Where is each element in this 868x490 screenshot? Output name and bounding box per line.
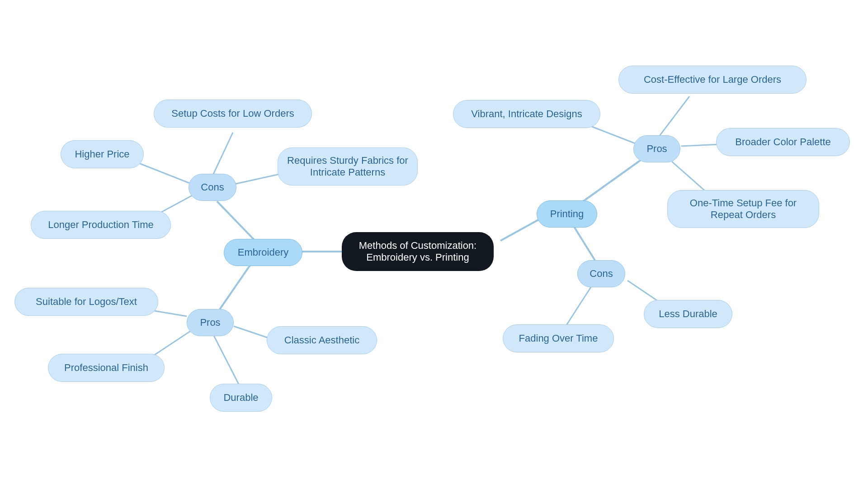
printing-node: Printing	[537, 200, 597, 228]
embroidery-cons-node: Cons	[189, 174, 236, 201]
embroidery-cons-time: Longer Production Time	[31, 211, 171, 239]
svg-line-19	[566, 285, 592, 326]
printing-cons-node: Cons	[577, 260, 625, 287]
printing-pros-label: Pros	[646, 143, 667, 155]
embroidery-cons-fabrics: Requires Sturdy Fabrics for Intricate Pa…	[278, 147, 418, 186]
embroidery-cons-label: Cons	[201, 181, 224, 193]
svg-line-12	[579, 158, 644, 205]
svg-line-6	[212, 133, 233, 176]
svg-line-13	[572, 224, 598, 265]
printing-cons-lessdurable: Less Durable	[644, 300, 732, 328]
svg-line-2	[217, 201, 258, 244]
svg-line-4	[137, 162, 192, 184]
printing-label: Printing	[550, 208, 584, 220]
embroidery-cons-price: Higher Price	[61, 140, 144, 168]
embroidery-pros-durable: Durable	[210, 384, 272, 412]
printing-pros-palette: Broader Color Palette	[716, 128, 850, 156]
center-label: Methods of Customization: Embroidery vs.…	[351, 240, 485, 264]
embroidery-pros-node: Pros	[187, 309, 234, 336]
center-node: Methods of Customization: Embroidery vs.…	[342, 232, 494, 271]
printing-cons-label: Cons	[590, 268, 613, 280]
embroidery-pros-classic: Classic Aesthetic	[267, 326, 377, 354]
embroidery-label: Embroidery	[238, 247, 288, 258]
printing-pros-vibrant: Vibrant, Intricate Designs	[453, 100, 600, 128]
svg-line-3	[217, 263, 251, 313]
embroidery-pros-logos: Suitable for Logos/Text	[14, 288, 158, 316]
printing-pros-node: Pros	[633, 135, 680, 162]
embroidery-pros-label: Pros	[200, 317, 220, 328]
svg-line-15	[660, 96, 689, 136]
svg-line-10	[212, 333, 240, 386]
printing-pros-setup: One-Time Setup Fee for Repeat Orders	[667, 190, 819, 228]
printing-pros-cost: Cost-Effective for Large Orders	[618, 66, 807, 94]
embroidery-cons-setup: Setup Costs for Low Orders	[154, 100, 312, 128]
printing-cons-fading: Fading Over Time	[503, 324, 614, 352]
embroidery-node: Embroidery	[224, 239, 302, 266]
embroidery-pros-professional: Professional Finish	[48, 354, 165, 382]
